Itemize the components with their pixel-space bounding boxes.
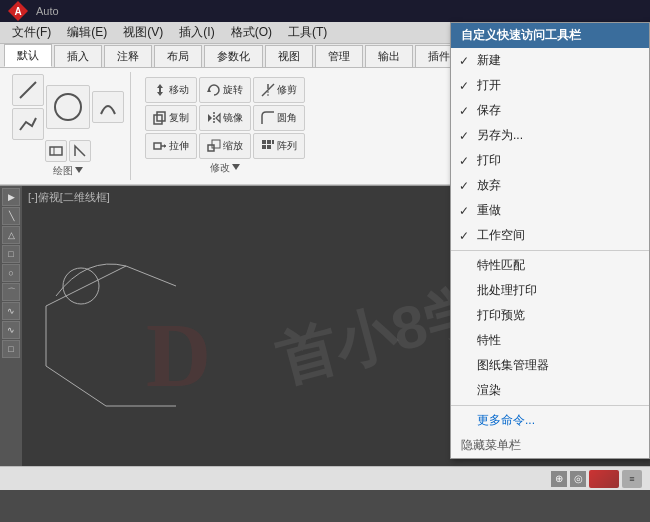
status-btn2[interactable]: ◎	[570, 471, 586, 487]
draw-extra1[interactable]	[45, 140, 67, 162]
rotate-tool[interactable]: 旋转	[199, 77, 251, 103]
circle-left-tool[interactable]: ○	[2, 264, 20, 282]
array-tool[interactable]: 阵列	[253, 133, 305, 159]
modify-label: 修改	[210, 161, 240, 175]
dropdown-item-new[interactable]: 新建	[451, 48, 649, 73]
dropdown-item-hidebar[interactable]: 隐藏菜单栏	[451, 433, 649, 458]
svg-rect-10	[154, 115, 162, 124]
svg-line-26	[46, 266, 126, 306]
tab-manage[interactable]: 管理	[315, 45, 363, 67]
tab-annotate[interactable]: 注释	[104, 45, 152, 67]
svg-marker-25	[232, 164, 240, 170]
draw-group: 绘图	[6, 72, 131, 180]
dropdown-item-save[interactable]: 保存	[451, 98, 649, 123]
stretch-tool[interactable]: 拉伸	[145, 133, 197, 159]
menu-tools[interactable]: 工具(T)	[280, 22, 335, 43]
svg-marker-4	[75, 167, 83, 173]
wave-tool1[interactable]: ∿	[2, 302, 20, 320]
trim-tool[interactable]: 修剪	[253, 77, 305, 103]
tab-default[interactable]: 默认	[4, 44, 52, 67]
dropdown-item-open[interactable]: 打开	[451, 73, 649, 98]
draw-special-row	[45, 140, 91, 162]
dropdown-item-undo[interactable]: 放弃	[451, 173, 649, 198]
dropdown-item-redo[interactable]: 重做	[451, 198, 649, 223]
status-bar: ⊕ ◎ ≡	[0, 466, 650, 490]
wave-tool2[interactable]: ∿	[2, 321, 20, 339]
tab-view[interactable]: 视图	[265, 45, 313, 67]
svg-rect-22	[272, 140, 274, 144]
svg-rect-21	[267, 140, 271, 144]
tab-parametric[interactable]: 参数化	[204, 45, 263, 67]
modify-group: 移动 旋转 修剪	[139, 75, 311, 177]
mirror-tool[interactable]: 镜像	[199, 105, 251, 131]
modify-row1: 移动 旋转 修剪	[145, 77, 305, 103]
title-text: Auto	[36, 5, 642, 17]
scale-tool[interactable]: 缩放	[199, 133, 251, 159]
dropdown-item-render[interactable]: 渲染	[451, 378, 649, 403]
dropdown-header: 自定义快速访问工具栏	[451, 23, 649, 48]
svg-rect-2	[50, 147, 62, 155]
dropdown-item-matchprop[interactable]: 特性匹配	[451, 253, 649, 278]
svg-marker-12	[208, 114, 212, 122]
status-btn1[interactable]: ⊕	[551, 471, 567, 487]
dropdown-item-properties[interactable]: 特性	[451, 328, 649, 353]
dropdown-item-print[interactable]: 打印	[451, 148, 649, 173]
svg-rect-19	[212, 140, 220, 148]
dropdown-item-batchprint[interactable]: 批处理打印	[451, 278, 649, 303]
dropdown-item-more[interactable]: 更多命令...	[451, 408, 649, 433]
svg-rect-23	[262, 145, 266, 149]
rect-left-tool[interactable]: □	[2, 245, 20, 263]
circle-tool[interactable]	[46, 85, 90, 129]
svg-point-1	[55, 94, 81, 120]
svg-marker-14	[216, 114, 220, 122]
svg-rect-24	[267, 145, 271, 149]
menu-edit[interactable]: 编辑(E)	[59, 22, 115, 43]
svg-marker-5	[157, 84, 163, 96]
dropdown-item-printpreview[interactable]: 打印预览	[451, 303, 649, 328]
svg-line-29	[46, 366, 106, 406]
svg-rect-20	[262, 140, 266, 144]
svg-text:D: D	[146, 306, 211, 405]
dropdown-sep1	[451, 250, 649, 251]
svg-marker-6	[207, 88, 211, 92]
fillet-tool[interactable]: 圆角	[253, 105, 305, 131]
svg-point-31	[63, 268, 99, 304]
copy-tool[interactable]: 复制	[145, 105, 197, 131]
draw-tools-row	[12, 74, 124, 140]
line-left-tool[interactable]: ╲	[2, 207, 20, 225]
line-tool[interactable]	[12, 74, 44, 106]
polyline-tool[interactable]	[12, 108, 44, 140]
triangle-tool[interactable]: △	[2, 226, 20, 244]
modify-row3: 拉伸 缩放 阵列	[145, 133, 305, 159]
dropdown-item-saveas[interactable]: 另存为...	[451, 123, 649, 148]
dropdown-item-workspace[interactable]: 工作空间	[451, 223, 649, 248]
title-bar: A Auto	[0, 0, 650, 22]
menu-insert[interactable]: 插入(I)	[171, 22, 222, 43]
arc-tool[interactable]	[92, 91, 124, 123]
app-logo: A	[8, 1, 28, 21]
svg-marker-17	[164, 144, 166, 148]
dropdown-sep2	[451, 405, 649, 406]
move-tool[interactable]: 移动	[145, 77, 197, 103]
menu-format[interactable]: 格式(O)	[223, 22, 280, 43]
tab-layout[interactable]: 布局	[154, 45, 202, 67]
svg-line-27	[126, 266, 176, 286]
dropdown-item-sheetset[interactable]: 图纸集管理器	[451, 353, 649, 378]
menu-file[interactable]: 文件(F)	[4, 22, 59, 43]
menu-view[interactable]: 视图(V)	[115, 22, 171, 43]
draw-label: 绘图	[53, 164, 83, 178]
svg-rect-11	[157, 112, 165, 121]
arc-left-tool[interactable]: ⌒	[2, 283, 20, 301]
svg-rect-15	[154, 143, 161, 149]
rect-tool2[interactable]: □	[2, 340, 20, 358]
select-tool[interactable]: ▶	[2, 188, 20, 206]
draw-extra2[interactable]	[69, 140, 91, 162]
left-toolbar: ▶ ╲ △ □ ○ ⌒ ∿ ∿ □	[0, 186, 22, 466]
status-icon-red[interactable]	[589, 470, 619, 488]
dropdown-menu: 自定义快速访问工具栏 新建 打开 保存 另存为... 打印 放弃 重做 工作空间…	[450, 22, 650, 459]
status-zoom[interactable]: ≡	[622, 470, 642, 488]
canvas-label: [-]俯视[二维线框]	[28, 190, 110, 205]
tab-output[interactable]: 输出	[365, 45, 413, 67]
svg-line-0	[20, 82, 36, 98]
tab-insert[interactable]: 插入	[54, 45, 102, 67]
